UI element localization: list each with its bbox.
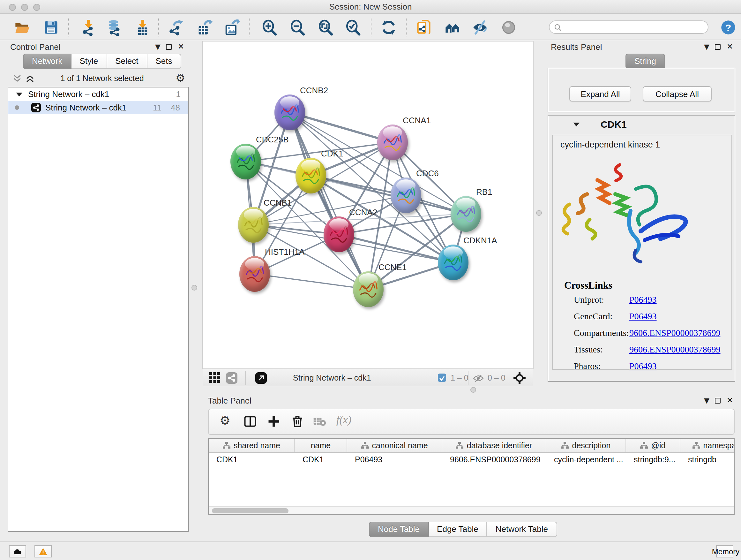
tab-network-table[interactable]: Network Table bbox=[487, 522, 557, 537]
export-network-button[interactable] bbox=[166, 18, 185, 37]
show-columns-icon[interactable] bbox=[243, 415, 257, 428]
node-HIST1H1A[interactable] bbox=[239, 256, 270, 292]
hide-selected-button[interactable] bbox=[470, 18, 489, 37]
grid-view-icon[interactable] bbox=[209, 372, 220, 383]
export-image-button[interactable] bbox=[222, 18, 241, 37]
center-crosshair-icon[interactable] bbox=[513, 372, 526, 384]
node-CCNE1[interactable] bbox=[353, 271, 384, 307]
table-cell[interactable]: CDK1 bbox=[295, 453, 347, 468]
delete-table-icon[interactable] bbox=[313, 417, 326, 427]
table-cell[interactable]: stringdb bbox=[680, 453, 735, 468]
crosslink-link[interactable]: P06493 bbox=[629, 312, 657, 322]
network-options-gear-icon[interactable]: ⚙ bbox=[176, 71, 185, 84]
tab-style[interactable]: Style bbox=[71, 54, 107, 69]
export-table-button[interactable] bbox=[195, 18, 214, 37]
expand-all-button[interactable]: Expand All bbox=[569, 86, 631, 102]
column-header-database-identifier[interactable]: database identifier bbox=[442, 439, 546, 452]
network-canvas[interactable]: CCNB2CCNA1CDC25BCDK1CDC6RB1CCNB1CCNA2CDK… bbox=[203, 42, 533, 368]
search-input[interactable] bbox=[562, 22, 708, 32]
column-header-canonical-name[interactable]: canonical name bbox=[347, 439, 442, 452]
add-column-icon[interactable] bbox=[267, 415, 281, 428]
tab-select[interactable]: Select bbox=[107, 54, 147, 69]
close-panel-icon[interactable]: ✕ bbox=[178, 44, 184, 51]
tab-string[interactable]: String bbox=[625, 54, 665, 69]
show-welcome-screen-button[interactable] bbox=[443, 18, 462, 37]
close-panel-icon[interactable]: ✕ bbox=[727, 397, 733, 404]
save-session-button[interactable] bbox=[42, 18, 61, 37]
float-panel-icon[interactable] bbox=[715, 44, 721, 50]
edge-CDK1-RB1[interactable] bbox=[311, 176, 466, 214]
node-CDC6[interactable] bbox=[391, 178, 421, 213]
close-panel-icon[interactable]: ✕ bbox=[727, 44, 733, 51]
memory-button[interactable]: Memory bbox=[716, 545, 733, 557]
expand-all-groups-icon[interactable] bbox=[25, 74, 35, 83]
table-cell[interactable]: CDK1 bbox=[209, 453, 295, 468]
table-row[interactable]: CDK1CDK1P064939606.ENSP00000378699cyclin… bbox=[209, 453, 734, 468]
collapse-all-groups-icon[interactable] bbox=[13, 74, 22, 83]
table-options-gear-icon[interactable]: ⚙ bbox=[219, 413, 230, 427]
edge-CCNB2-CCNA1[interactable] bbox=[290, 112, 393, 142]
expand-triangle-icon[interactable] bbox=[16, 92, 22, 96]
table-cell[interactable]: 9606.ENSP00000378699 bbox=[442, 453, 546, 468]
edge-CCNB2-CCNE1[interactable] bbox=[290, 112, 368, 289]
zoom-in-button[interactable] bbox=[260, 18, 279, 37]
table-cell[interactable]: stringdb:9... bbox=[626, 453, 680, 468]
help-button[interactable]: ? bbox=[719, 18, 738, 37]
search-field[interactable] bbox=[549, 20, 709, 34]
edge-HIST1H1A-CCNE1[interactable] bbox=[255, 274, 368, 289]
selected-checkbox[interactable] bbox=[438, 374, 446, 382]
show-all-button[interactable] bbox=[499, 18, 518, 37]
import-table-button[interactable] bbox=[133, 18, 152, 37]
zoom-out-button[interactable] bbox=[288, 18, 307, 37]
function-builder-icon[interactable]: f(x) bbox=[336, 414, 351, 427]
open-file-button[interactable] bbox=[13, 18, 32, 37]
crosslink-link[interactable]: P06493 bbox=[629, 361, 657, 372]
node-CCNA2[interactable] bbox=[324, 216, 354, 252]
column-header--id[interactable]: @id bbox=[626, 439, 680, 452]
crosslink-link[interactable]: P06493 bbox=[629, 295, 657, 305]
right-splitter-grip[interactable] bbox=[536, 210, 542, 216]
warnings-button[interactable] bbox=[35, 545, 52, 557]
import-network-database-button[interactable] bbox=[105, 18, 124, 37]
node-CCNB1[interactable] bbox=[238, 207, 269, 243]
horizontal-splitter-grip[interactable] bbox=[470, 387, 476, 393]
network-collection-row[interactable]: String Network – cdk1 1 bbox=[8, 87, 188, 101]
float-panel-icon[interactable] bbox=[166, 44, 172, 50]
apply-layout-button[interactable] bbox=[379, 18, 398, 37]
collapse-panel-icon[interactable]: ▼ bbox=[155, 44, 160, 51]
network-row-selected[interactable]: String Network – cdk1 11 48 bbox=[8, 101, 188, 114]
node-RB1[interactable] bbox=[451, 196, 481, 232]
section-expand-triangle-icon[interactable] bbox=[573, 123, 580, 126]
column-header-name[interactable]: name bbox=[295, 439, 347, 452]
node-CCNB2[interactable] bbox=[274, 95, 305, 130]
clone-network-button[interactable] bbox=[414, 18, 433, 37]
float-panel-icon[interactable] bbox=[715, 398, 721, 403]
network-view-share-icon[interactable] bbox=[226, 372, 238, 384]
table-horizontal-scrollbar[interactable] bbox=[209, 506, 734, 514]
left-splitter-grip[interactable] bbox=[192, 285, 197, 291]
tab-edge-table[interactable]: Edge Table bbox=[428, 522, 487, 537]
birdseye-view-icon[interactable] bbox=[255, 372, 267, 384]
node-CDKN1A[interactable] bbox=[438, 245, 468, 280]
column-header-shared-name[interactable]: shared name bbox=[209, 439, 295, 452]
cloud-service-button[interactable] bbox=[9, 545, 26, 557]
node-CCNA1[interactable] bbox=[377, 125, 408, 160]
collapse-panel-icon[interactable]: ▼ bbox=[704, 397, 710, 404]
tab-network[interactable]: Network bbox=[23, 54, 71, 69]
node-CDK1[interactable] bbox=[295, 158, 326, 193]
zoom-fit-button[interactable] bbox=[316, 18, 335, 37]
column-header-namespace[interactable]: namespace bbox=[680, 439, 735, 452]
tab-sets[interactable]: Sets bbox=[147, 54, 181, 69]
collapse-panel-icon[interactable]: ▼ bbox=[704, 44, 710, 51]
import-network-file-button[interactable] bbox=[78, 18, 98, 37]
delete-column-icon[interactable] bbox=[290, 415, 305, 428]
scrollbar-thumb[interactable] bbox=[212, 508, 288, 513]
zoom-selected-button[interactable] bbox=[343, 18, 362, 37]
tab-node-table[interactable]: Node Table bbox=[369, 522, 428, 537]
collapse-all-button[interactable]: Collapse All bbox=[643, 86, 712, 102]
table-cell[interactable]: cyclin-dependent ... bbox=[546, 453, 626, 468]
table-cell[interactable]: P06493 bbox=[347, 453, 442, 468]
column-header-description[interactable]: description bbox=[546, 439, 626, 452]
crosslink-link[interactable]: 9606.ENSP00000378699 bbox=[629, 345, 720, 355]
crosslink-link[interactable]: 9606.ENSP00000378699 bbox=[629, 328, 720, 338]
